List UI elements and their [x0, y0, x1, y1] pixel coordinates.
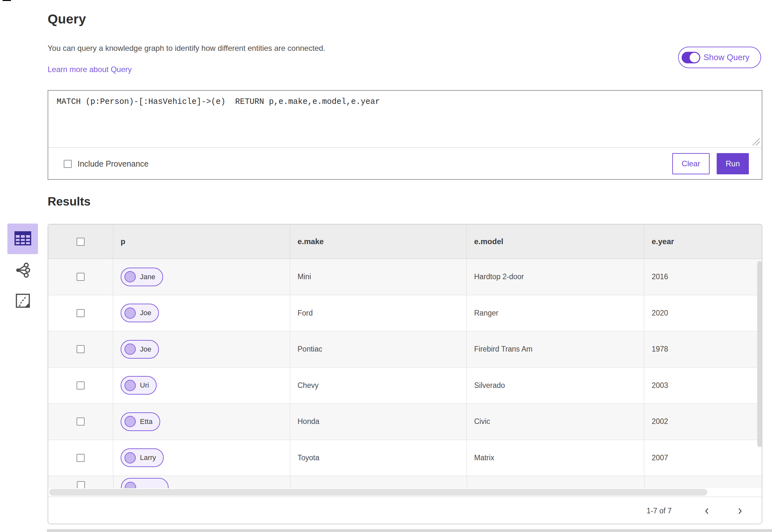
row-checkbox[interactable]: [77, 481, 85, 488]
entity-dot-icon: [124, 452, 136, 463]
include-provenance-checkbox[interactable]: [64, 160, 72, 168]
entity-dot-icon: [124, 416, 136, 427]
row-checkbox[interactable]: [77, 417, 85, 426]
query-description: You can query a knowledge graph to ident…: [48, 44, 325, 53]
query-footer: Include Provenance Clear Run: [48, 148, 762, 180]
toggle-on-icon[interactable]: [682, 52, 700, 63]
entity-pill[interactable]: Larry: [121, 448, 164, 467]
entity-pill[interactable]: Joe: [121, 304, 159, 322]
cell-make: Pontiac: [290, 331, 467, 367]
row-checkbox[interactable]: [77, 454, 85, 462]
table-row: Joe Ford Ranger 2020: [48, 295, 762, 332]
row-checkbox[interactable]: [77, 273, 85, 281]
entity-dot-icon: [124, 344, 136, 355]
entity-dot-icon: [124, 271, 136, 282]
entity-pill[interactable]: Jane: [121, 268, 163, 286]
chevron-left-icon[interactable]: [701, 505, 713, 518]
entity-dot-icon: [124, 307, 136, 319]
entity-dot-icon: [125, 482, 136, 489]
table-pagination: 1-7 of 7: [48, 497, 762, 524]
row-checkbox[interactable]: [77, 381, 85, 390]
row-checkbox[interactable]: [77, 345, 85, 353]
header-cell-year: e.year: [644, 225, 762, 259]
table-row: Etta Honda Civic 2002: [48, 404, 762, 440]
toggle-knob: [690, 53, 699, 62]
cell-make: Toyota: [290, 440, 467, 476]
cell-year: 2016: [644, 259, 762, 295]
map-icon: [15, 293, 30, 309]
link-chart-view-button[interactable]: [13, 261, 32, 280]
header-cell-select: [48, 225, 113, 259]
table-icon: [14, 231, 32, 247]
results-section-title: Results: [48, 195, 91, 208]
table-row: Joe Pontiac Firebird Trans Am 1978: [48, 331, 762, 368]
vertical-scrollbar-thumb[interactable]: [757, 261, 762, 447]
cell-model: Ranger: [467, 295, 644, 331]
cell-year: 1978: [644, 331, 762, 367]
table-row: Jane Mini Hardtop 2-door 2016: [48, 259, 762, 295]
results-table: p e.make e.model e.year Jane Mini Hardto…: [48, 224, 762, 524]
cell-model: Hardtop 2-door: [467, 259, 644, 295]
query-editor-panel: MATCH (p:Person)-[:HasVehicle]->(e) RETU…: [48, 90, 762, 180]
header-cell-make: e.make: [290, 225, 467, 259]
table-row-partial: [48, 476, 762, 488]
horizontal-scrollbar: [48, 488, 762, 497]
run-button[interactable]: Run: [717, 153, 749, 174]
entity-dot-icon: [124, 380, 136, 391]
cell-model: Silverado: [467, 368, 644, 404]
show-query-label: Show Query: [703, 52, 749, 62]
screenshot-top-edge: [3, 0, 11, 1]
query-section-title: Query: [48, 12, 86, 27]
entity-pill[interactable]: Etta: [121, 412, 160, 431]
cell-year: 2020: [644, 295, 762, 331]
cell-make: Chevy: [290, 368, 467, 404]
pagination-range: 1-7 of 7: [647, 507, 672, 515]
table-row: Larry Toyota Matrix 2007: [48, 440, 762, 476]
entity-pill[interactable]: Uri: [121, 376, 157, 395]
cell-model: Firebird Trans Am: [467, 331, 644, 367]
table-row: Uri Chevy Silverado 2003: [48, 368, 762, 404]
cell-model: Civic: [467, 404, 644, 440]
header-cell-model: e.model: [467, 225, 644, 259]
table-header-row: p e.make e.model e.year: [48, 225, 762, 259]
learn-more-link[interactable]: Learn more about Query: [48, 65, 132, 74]
entity-pill[interactable]: [121, 478, 169, 488]
cell-make: Mini: [290, 259, 467, 295]
cell-year: 2007: [644, 440, 762, 476]
include-provenance-label: Include Provenance: [78, 159, 149, 169]
cell-model: Matrix: [467, 440, 644, 476]
select-all-checkbox[interactable]: [77, 238, 85, 246]
resize-grip-icon[interactable]: [751, 137, 760, 147]
cell-year: 2003: [644, 368, 762, 404]
horizontal-scrollbar-thumb[interactable]: [49, 489, 707, 496]
cell-make: Ford: [290, 295, 467, 331]
screenshot-bottom-edge: [47, 529, 772, 532]
cell-year: 2002: [644, 404, 762, 440]
chevron-right-icon[interactable]: [733, 505, 746, 518]
header-cell-p: p: [113, 225, 290, 259]
query-input[interactable]: MATCH (p:Person)-[:HasVehicle]->(e) RETU…: [48, 91, 762, 147]
link-chart-icon: [14, 262, 31, 280]
map-view-button[interactable]: [14, 293, 32, 310]
clear-button[interactable]: Clear: [672, 153, 710, 174]
entity-pill[interactable]: Joe: [121, 340, 159, 359]
cell-make: Honda: [290, 404, 467, 440]
table-view-button[interactable]: [7, 224, 38, 254]
show-query-toggle[interactable]: Show Query: [678, 47, 761, 68]
row-checkbox[interactable]: [77, 309, 85, 317]
